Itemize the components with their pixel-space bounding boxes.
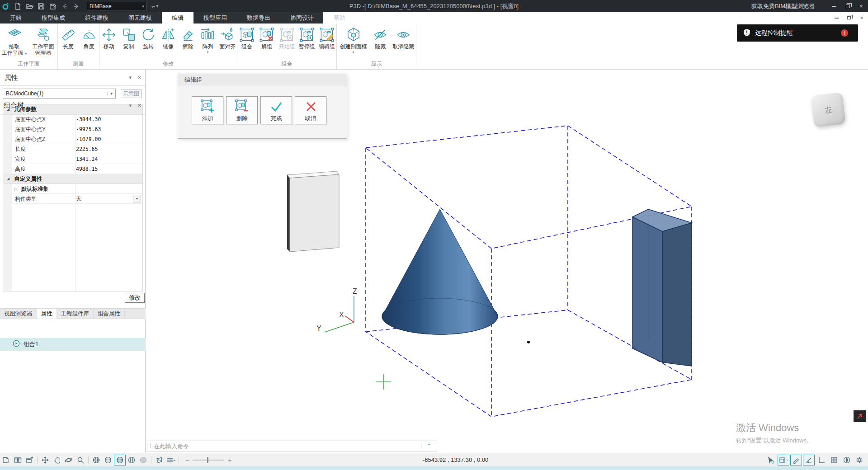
restore-button[interactable] <box>841 0 854 12</box>
promo-link[interactable]: 获取免费BIM模型浏览器 <box>751 2 815 10</box>
mirror-button[interactable]: 镜像 <box>159 25 178 50</box>
corner-flag-button[interactable] <box>854 410 866 422</box>
property-row[interactable]: 宽度1341.24 <box>3 154 142 164</box>
new-view-icon[interactable] <box>0 455 12 465</box>
dynamic-input-toggle-icon[interactable] <box>778 455 789 465</box>
tab-element-modeling[interactable]: 图元建模 <box>118 12 162 24</box>
minimize-button[interactable] <box>827 0 841 12</box>
command-bar[interactable]: ⌃ <box>147 441 437 451</box>
tab-data-export[interactable]: 数据导出 <box>237 12 280 24</box>
drag-handle-icon[interactable] <box>147 444 154 448</box>
clip-plane-icon[interactable] <box>153 455 165 465</box>
command-expand-icon[interactable]: ⌃ <box>421 443 437 449</box>
tree-item-group1[interactable]: 组合1 <box>0 338 146 351</box>
move-button[interactable]: 移动 <box>99 25 118 50</box>
array-button[interactable]: 阵列 ▾ <box>198 25 217 54</box>
save-as-icon[interactable] <box>47 2 59 11</box>
angle-button[interactable]: 角度 <box>79 25 99 50</box>
remove-from-group-button[interactable]: 删除 <box>226 96 258 124</box>
workspace-dropdown[interactable]: BIMBase ▾ <box>87 2 147 10</box>
property-row[interactable]: 底面中心点Z-1079.00 <box>3 134 142 144</box>
expander-icon[interactable]: ▷ <box>14 184 17 194</box>
pause-group-button[interactable]: 暂停组 <box>297 25 316 50</box>
zoom-in-icon[interactable]: + <box>228 456 231 464</box>
tab-collaborative-design[interactable]: 协同设计 <box>280 12 324 24</box>
tab-edit[interactable]: 编辑 <box>162 12 193 24</box>
zoom-out-icon[interactable]: − <box>185 456 189 464</box>
copy-button[interactable]: 复制 <box>119 25 138 50</box>
quick-access-more-icon[interactable]: ⌄̶ ▾ <box>151 3 159 9</box>
cuboid-solid[interactable] <box>632 209 692 366</box>
hide-button[interactable]: 隐藏 <box>371 25 390 50</box>
new-window-icon[interactable] <box>24 455 35 465</box>
type-dropdown-button[interactable]: ▾ <box>133 195 141 202</box>
tab-home[interactable]: 开始 <box>0 12 32 24</box>
tab-help[interactable]: 帮助 <box>324 12 355 24</box>
render-wireframe-icon[interactable] <box>90 455 102 465</box>
save-icon[interactable] <box>35 2 47 11</box>
doc-minimize-button[interactable] <box>833 18 840 19</box>
render-hidden-line-icon[interactable] <box>102 455 114 465</box>
tab-properties[interactable]: 属性 <box>37 309 57 319</box>
panel-close-icon[interactable]: ✕ <box>137 75 142 80</box>
component-type-row[interactable]: 构件类型无▾ <box>3 194 142 204</box>
panel-slab[interactable] <box>287 171 339 252</box>
close-button[interactable]: × <box>854 0 868 12</box>
view-cube[interactable]: 左 <box>811 92 846 127</box>
rotate-button[interactable]: 旋转 <box>139 25 158 50</box>
cancel-button[interactable]: 取消 <box>295 96 326 124</box>
tab-group-properties[interactable]: 组合属性 <box>94 309 125 319</box>
zoom-slider[interactable]: − + <box>185 456 231 464</box>
navigation-compass-icon[interactable] <box>841 455 853 465</box>
command-input[interactable] <box>154 442 421 451</box>
panel-collapse-icon[interactable]: ▾ <box>129 103 132 108</box>
workplane-manager-button[interactable]: 工作平面 管理器 <box>29 25 57 56</box>
panel-close-icon[interactable]: ✕ <box>137 103 142 108</box>
slider-handle[interactable] <box>207 457 208 463</box>
open-file-icon[interactable] <box>24 2 35 11</box>
panel-collapse-icon[interactable]: ▾ <box>129 75 132 80</box>
new-file-icon[interactable] <box>12 2 24 11</box>
render-shaded-icon[interactable] <box>114 455 126 465</box>
tab-model-application[interactable]: 模型应用 <box>193 12 237 24</box>
length-button[interactable]: 长度 <box>58 25 78 50</box>
zoom-fit-icon[interactable] <box>39 455 51 465</box>
section-box-dropdown-icon[interactable]: ▾ <box>353 51 354 54</box>
doc-close-button[interactable]: × <box>858 15 865 21</box>
ortho-toggle-icon[interactable] <box>816 455 827 465</box>
finish-button[interactable]: 完成 <box>260 96 292 124</box>
group-button[interactable]: 组合 <box>237 25 256 50</box>
render-solid-icon[interactable] <box>137 455 149 465</box>
cone-solid[interactable] <box>382 209 498 334</box>
tab-component-library[interactable]: 工程组件库 <box>57 309 94 319</box>
property-row[interactable]: 底面中心点X-3844.30 <box>3 114 142 124</box>
property-row[interactable]: 底面中心点Y-9975.63 <box>3 124 142 134</box>
add-to-group-button[interactable]: 添加 <box>192 96 223 124</box>
zoom-icon[interactable] <box>75 455 86 465</box>
angle-snap-toggle-icon[interactable] <box>803 455 815 465</box>
orbit-icon[interactable] <box>63 455 75 465</box>
snap-cursor-icon[interactable] <box>765 455 777 465</box>
tab-model-integration[interactable]: 模型集成 <box>32 12 75 24</box>
property-row[interactable]: 高度4988.15 <box>3 164 142 174</box>
edit-group-button[interactable]: 编辑组 <box>317 25 336 50</box>
remote-control-alert-button[interactable]: 远程控制提醒 ! <box>737 24 858 42</box>
grid-toggle-icon[interactable] <box>828 455 840 465</box>
redo-icon[interactable] <box>71 2 82 11</box>
doc-restore-button[interactable] <box>845 16 853 19</box>
edit-group-dialog[interactable]: 编辑组 添加 删除 完成 取消 <box>178 74 347 139</box>
gear-icon[interactable] <box>854 455 865 465</box>
pan-hand-icon[interactable] <box>51 455 63 465</box>
erase-button[interactable]: 擦除 <box>179 25 198 50</box>
property-row[interactable]: 长度2225.65 <box>3 144 142 154</box>
tab-component-modeling[interactable]: 组件建模 <box>75 12 118 24</box>
standard-set-row[interactable]: ▷默认标准集 <box>3 184 142 194</box>
modify-button[interactable]: 修改 <box>125 293 145 303</box>
expander-icon[interactable]: ◢ <box>7 174 9 184</box>
create-section-box-button[interactable]: 创建剖面框 ▾ <box>337 25 370 54</box>
section-custom[interactable]: ◢自定义属性 <box>3 174 142 184</box>
display-settings-icon[interactable] <box>165 455 177 465</box>
undo-icon[interactable] <box>59 2 71 11</box>
face-align-button[interactable]: 面对齐 <box>218 25 237 50</box>
tab-view-browser[interactable]: 视图浏览器 <box>0 309 37 319</box>
